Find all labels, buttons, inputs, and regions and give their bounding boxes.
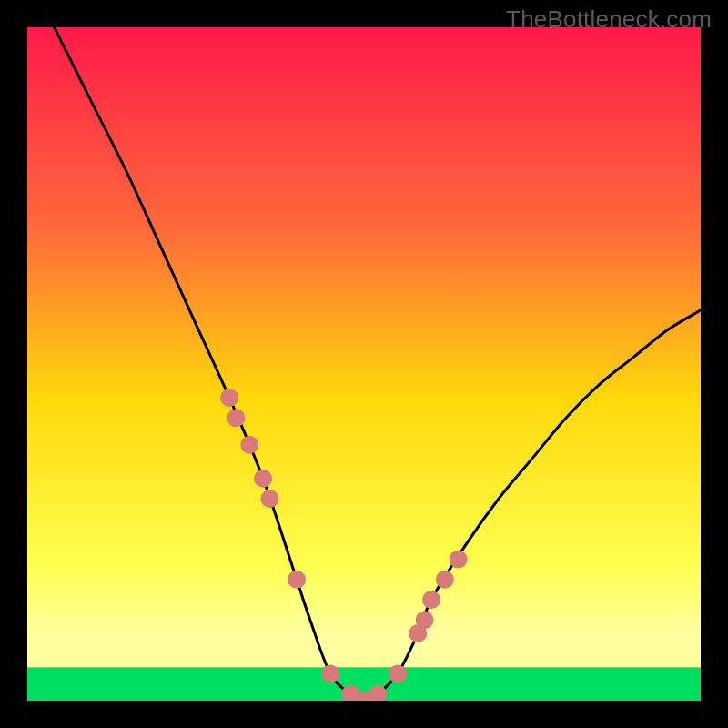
chart-area (27, 27, 701, 701)
marker-point (450, 551, 468, 569)
watermark-text: TheBottleneck.com (506, 5, 712, 34)
marker-point (416, 611, 434, 629)
chart-svg (27, 27, 701, 701)
gradient-background (27, 27, 701, 701)
marker-point (227, 409, 245, 427)
marker-point (389, 664, 407, 682)
marker-point (260, 490, 278, 508)
marker-point (220, 389, 238, 407)
marker-point (321, 664, 339, 682)
marker-point (422, 591, 440, 609)
marker-point (288, 571, 306, 589)
marker-point (436, 571, 454, 589)
marker-point (254, 470, 272, 488)
marker-point (240, 436, 258, 454)
